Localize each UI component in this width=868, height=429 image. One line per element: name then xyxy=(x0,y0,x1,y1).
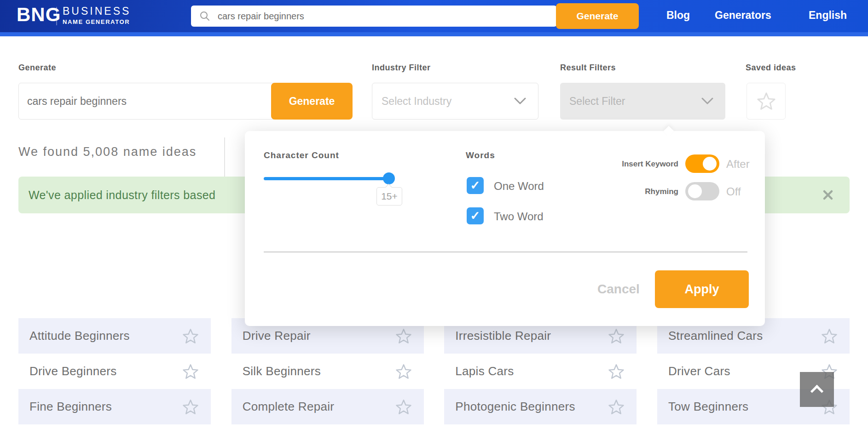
generate-field-label: Generate xyxy=(18,63,56,73)
header-generate-button[interactable]: Generate xyxy=(556,3,639,29)
character-count-slider[interactable] xyxy=(264,177,394,180)
name-result-item[interactable]: Lapis Cars xyxy=(444,354,637,389)
star-icon[interactable] xyxy=(395,328,412,344)
name-text: Silk Beginners xyxy=(243,364,321,378)
chevron-up-icon xyxy=(810,385,823,398)
name-text: Drive Repair xyxy=(243,329,311,343)
nav-item-generators[interactable]: Generators xyxy=(715,9,771,22)
name-text: Lapis Cars xyxy=(455,364,514,378)
name-text: Streamlined Cars xyxy=(668,329,763,343)
slider-handle[interactable] xyxy=(383,172,395,184)
name-text: Irresistible Repair xyxy=(455,329,551,343)
name-text: Photogenic Beginners xyxy=(455,400,575,414)
toggle-knob xyxy=(688,184,702,198)
name-text: Tow Beginners xyxy=(668,400,748,414)
generate-button[interactable]: Generate xyxy=(271,83,353,120)
name-result-item[interactable]: Drive Beginners xyxy=(18,354,211,389)
rhyming-toggle[interactable] xyxy=(685,182,719,200)
page: BNG BUSINESS NAME GENERATOR cars repair … xyxy=(0,0,868,429)
vertical-divider xyxy=(224,137,225,177)
name-text: Complete Repair xyxy=(243,400,335,414)
industry-filter-label: Industry Filter xyxy=(372,63,431,73)
industry-select[interactable]: Select Industry xyxy=(372,83,538,120)
two-word-checkbox[interactable]: ✓ xyxy=(467,207,484,224)
check-icon: ✓ xyxy=(470,178,480,193)
apply-button[interactable]: Apply xyxy=(655,270,749,308)
result-filters-label: Result Filters xyxy=(560,63,616,73)
industry-select-value: Select Industry xyxy=(382,95,451,108)
keyword-input[interactable]: cars repair beginners xyxy=(18,83,276,120)
name-result-item[interactable]: Fine Beginners xyxy=(18,389,211,424)
name-result-item[interactable]: Attitude Beginners xyxy=(18,318,211,354)
name-text: Driver Cars xyxy=(668,364,730,378)
star-icon[interactable] xyxy=(608,328,625,344)
insert-keyword-label: Insert Keyword xyxy=(567,160,678,169)
name-text: Attitude Beginners xyxy=(29,329,130,343)
star-icon[interactable] xyxy=(395,364,412,379)
logo[interactable]: BNG xyxy=(17,4,61,26)
name-text: Drive Beginners xyxy=(29,364,116,378)
rhyming-state: Off xyxy=(726,185,741,198)
check-icon: ✓ xyxy=(470,209,480,223)
rhyming-label: Rhyming xyxy=(567,187,678,196)
saved-ideas-button[interactable] xyxy=(746,83,786,120)
result-select-value: Select Filter xyxy=(569,95,625,108)
cancel-button[interactable]: Cancel xyxy=(586,282,651,297)
popup-notch xyxy=(664,126,674,137)
insert-keyword-toggle[interactable] xyxy=(685,154,719,173)
star-icon[interactable] xyxy=(395,399,412,415)
result-filters-popup: Character Count 15+ Words ✓ One Word ✓ T… xyxy=(245,131,765,326)
star-icon[interactable] xyxy=(182,399,199,415)
star-icon[interactable] xyxy=(608,399,625,415)
header-search-value: cars repair beginners xyxy=(218,11,304,22)
star-icon[interactable] xyxy=(821,328,838,344)
name-result-item[interactable]: Photogenic Beginners xyxy=(444,389,637,424)
one-word-checkbox[interactable]: ✓ xyxy=(467,177,484,194)
result-filter-select[interactable]: Select Filter xyxy=(560,83,725,120)
chevron-down-icon xyxy=(514,97,526,105)
insert-keyword-state: After xyxy=(726,158,750,171)
logo-text-name-generator: NAME GENERATOR xyxy=(63,18,130,25)
close-icon[interactable] xyxy=(819,186,837,204)
nav-item-blog[interactable]: Blog xyxy=(666,9,690,22)
two-word-label: Two Word xyxy=(494,210,544,223)
name-text: Fine Beginners xyxy=(29,400,112,414)
header-accent-strip xyxy=(0,32,868,36)
star-icon[interactable] xyxy=(608,364,625,379)
one-word-label: One Word xyxy=(494,180,544,193)
character-count-label: Character Count xyxy=(264,150,339,160)
logo-divider xyxy=(56,7,57,25)
results-count-text: We found 5,008 name ideas xyxy=(18,145,197,159)
notice-text: We've applied industry filters based xyxy=(29,189,215,202)
search-icon xyxy=(199,11,210,22)
popup-divider xyxy=(264,252,747,252)
name-results-grid: Attitude Beginners Drive Repair Irresist… xyxy=(18,318,850,424)
scroll-to-top-button[interactable] xyxy=(800,372,834,407)
slider-value: 15+ xyxy=(381,191,398,202)
name-result-item[interactable]: Complete Repair xyxy=(231,389,424,424)
toggle-knob xyxy=(703,157,717,171)
chevron-down-icon xyxy=(701,97,713,105)
star-icon[interactable] xyxy=(182,364,199,379)
tooltip-caret xyxy=(385,184,393,191)
star-icon xyxy=(757,92,776,110)
words-label: Words xyxy=(466,150,495,160)
saved-ideas-label: Saved ideas xyxy=(746,63,796,73)
nav-item-language[interactable]: English xyxy=(809,9,847,22)
star-icon[interactable] xyxy=(182,328,199,344)
slider-value-tooltip: 15+ xyxy=(376,187,402,206)
logo-text-business: BUSINESS xyxy=(63,5,131,17)
header-search-input[interactable]: cars repair beginners xyxy=(191,6,557,27)
name-result-item[interactable]: Silk Beginners xyxy=(231,354,424,389)
